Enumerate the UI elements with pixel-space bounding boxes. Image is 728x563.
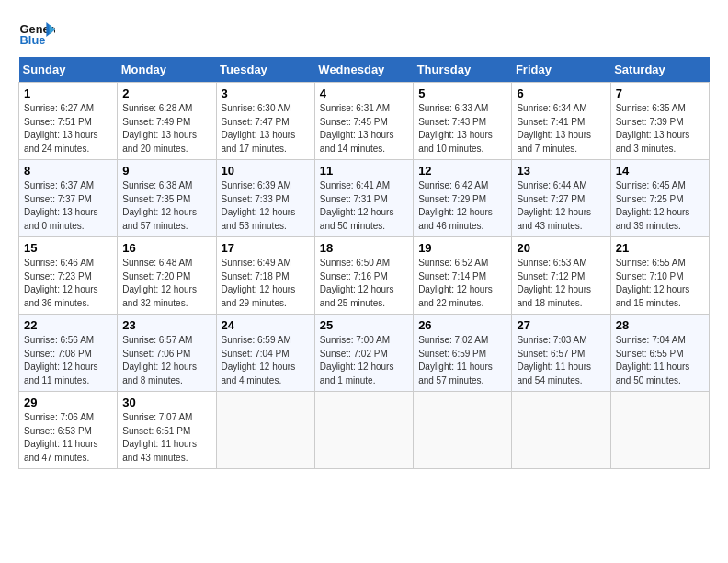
calendar-cell: 9Sunrise: 6:38 AM Sunset: 7:35 PM Daylig… (118, 160, 216, 237)
header-friday: Friday (512, 57, 610, 83)
day-info: Sunrise: 7:07 AM Sunset: 6:51 PM Dayligh… (122, 411, 210, 465)
day-info: Sunrise: 6:31 AM Sunset: 7:45 PM Dayligh… (320, 102, 408, 155)
day-number: 28 (616, 318, 704, 332)
calendar-week-5: 29Sunrise: 7:06 AM Sunset: 6:53 PM Dayli… (19, 392, 710, 469)
calendar-cell: 12Sunrise: 6:42 AM Sunset: 7:29 PM Dayli… (414, 160, 512, 237)
calendar-cell: 29Sunrise: 7:06 AM Sunset: 6:53 PM Dayli… (19, 392, 118, 469)
day-number: 7 (616, 86, 704, 100)
day-info: Sunrise: 6:30 AM Sunset: 7:47 PM Dayligh… (222, 102, 310, 155)
calendar-cell: 4Sunrise: 6:31 AM Sunset: 7:45 PM Daylig… (314, 83, 413, 160)
day-number: 2 (122, 86, 210, 100)
day-info: Sunrise: 6:44 AM Sunset: 7:27 PM Dayligh… (517, 179, 605, 233)
day-info: Sunrise: 7:02 AM Sunset: 6:59 PM Dayligh… (418, 334, 506, 387)
day-info: Sunrise: 7:04 AM Sunset: 6:55 PM Dayligh… (616, 334, 704, 387)
day-number: 5 (418, 86, 506, 100)
logo-icon: General Blue (18, 18, 55, 48)
day-info: Sunrise: 6:46 AM Sunset: 7:23 PM Dayligh… (24, 257, 112, 310)
day-number: 21 (616, 241, 704, 255)
day-info: Sunrise: 6:38 AM Sunset: 7:35 PM Dayligh… (122, 179, 210, 233)
calendar-cell: 28Sunrise: 7:04 AM Sunset: 6:55 PM Dayli… (610, 315, 709, 392)
day-number: 27 (517, 318, 605, 332)
day-number: 22 (24, 318, 112, 332)
day-info: Sunrise: 7:00 AM Sunset: 7:02 PM Dayligh… (320, 334, 408, 387)
calendar-cell: 10Sunrise: 6:39 AM Sunset: 7:33 PM Dayli… (216, 160, 314, 237)
day-number: 8 (24, 164, 112, 178)
day-info: Sunrise: 6:50 AM Sunset: 7:16 PM Dayligh… (320, 257, 408, 310)
calendar-cell: 17Sunrise: 6:49 AM Sunset: 7:18 PM Dayli… (216, 237, 314, 315)
calendar-cell: 22Sunrise: 6:56 AM Sunset: 7:08 PM Dayli… (19, 315, 118, 392)
day-number: 12 (418, 164, 506, 178)
calendar-cell: 6Sunrise: 6:34 AM Sunset: 7:41 PM Daylig… (512, 83, 610, 160)
calendar-cell: 1Sunrise: 6:27 AM Sunset: 7:51 PM Daylig… (19, 83, 118, 160)
day-number: 4 (320, 86, 408, 100)
calendar-cell: 2Sunrise: 6:28 AM Sunset: 7:49 PM Daylig… (118, 83, 216, 160)
calendar-cell: 26Sunrise: 7:02 AM Sunset: 6:59 PM Dayli… (414, 315, 512, 392)
calendar-week-2: 8Sunrise: 6:37 AM Sunset: 7:37 PM Daylig… (19, 160, 710, 237)
calendar-table: SundayMondayTuesdayWednesdayThursdayFrid… (18, 57, 710, 469)
calendar-cell (610, 392, 709, 469)
day-number: 9 (122, 164, 210, 178)
day-number: 26 (418, 318, 506, 332)
day-number: 29 (24, 396, 112, 409)
calendar-cell: 13Sunrise: 6:44 AM Sunset: 7:27 PM Dayli… (512, 160, 610, 237)
calendar-cell: 19Sunrise: 6:52 AM Sunset: 7:14 PM Dayli… (414, 237, 512, 315)
day-number: 14 (616, 164, 704, 178)
day-info: Sunrise: 6:52 AM Sunset: 7:14 PM Dayligh… (418, 257, 506, 310)
day-number: 13 (517, 164, 605, 178)
day-number: 1 (24, 86, 112, 100)
calendar-cell: 7Sunrise: 6:35 AM Sunset: 7:39 PM Daylig… (610, 83, 709, 160)
day-number: 11 (320, 164, 408, 178)
day-info: Sunrise: 6:55 AM Sunset: 7:10 PM Dayligh… (616, 257, 704, 310)
day-info: Sunrise: 7:03 AM Sunset: 6:57 PM Dayligh… (517, 334, 605, 387)
day-number: 24 (222, 318, 310, 332)
day-info: Sunrise: 6:49 AM Sunset: 7:18 PM Dayligh… (222, 257, 310, 310)
day-number: 19 (418, 241, 506, 255)
calendar-cell (512, 392, 610, 469)
calendar-cell: 3Sunrise: 6:30 AM Sunset: 7:47 PM Daylig… (216, 83, 314, 160)
day-info: Sunrise: 6:37 AM Sunset: 7:37 PM Dayligh… (24, 179, 112, 233)
calendar-week-1: 1Sunrise: 6:27 AM Sunset: 7:51 PM Daylig… (19, 83, 710, 160)
day-info: Sunrise: 6:33 AM Sunset: 7:43 PM Dayligh… (418, 102, 506, 155)
day-info: Sunrise: 6:27 AM Sunset: 7:51 PM Dayligh… (24, 102, 112, 155)
calendar-cell: 5Sunrise: 6:33 AM Sunset: 7:43 PM Daylig… (414, 83, 512, 160)
calendar-week-3: 15Sunrise: 6:46 AM Sunset: 7:23 PM Dayli… (19, 237, 710, 315)
calendar-cell: 27Sunrise: 7:03 AM Sunset: 6:57 PM Dayli… (512, 315, 610, 392)
calendar-week-4: 22Sunrise: 6:56 AM Sunset: 7:08 PM Dayli… (19, 315, 710, 392)
day-number: 30 (122, 396, 210, 409)
day-info: Sunrise: 6:45 AM Sunset: 7:25 PM Dayligh… (616, 179, 704, 233)
calendar-cell: 18Sunrise: 6:50 AM Sunset: 7:16 PM Dayli… (314, 237, 413, 315)
header-tuesday: Tuesday (216, 57, 314, 83)
calendar-cell: 25Sunrise: 7:00 AM Sunset: 7:02 PM Dayli… (314, 315, 413, 392)
calendar-cell: 16Sunrise: 6:48 AM Sunset: 7:20 PM Dayli… (118, 237, 216, 315)
day-number: 18 (320, 241, 408, 255)
day-number: 23 (122, 318, 210, 332)
day-info: Sunrise: 6:42 AM Sunset: 7:29 PM Dayligh… (418, 179, 506, 233)
calendar-cell: 20Sunrise: 6:53 AM Sunset: 7:12 PM Dayli… (512, 237, 610, 315)
calendar-cell: 8Sunrise: 6:37 AM Sunset: 7:37 PM Daylig… (19, 160, 118, 237)
day-number: 3 (222, 86, 310, 100)
day-info: Sunrise: 6:35 AM Sunset: 7:39 PM Dayligh… (616, 102, 704, 155)
logo: General Blue (18, 18, 59, 48)
calendar-cell: 21Sunrise: 6:55 AM Sunset: 7:10 PM Dayli… (610, 237, 709, 315)
day-info: Sunrise: 6:59 AM Sunset: 7:04 PM Dayligh… (222, 334, 310, 387)
header-monday: Monday (118, 57, 216, 83)
calendar-cell (314, 392, 413, 469)
day-info: Sunrise: 7:06 AM Sunset: 6:53 PM Dayligh… (24, 411, 112, 465)
calendar-cell (414, 392, 512, 469)
svg-text:Blue: Blue (20, 33, 46, 47)
day-number: 16 (122, 241, 210, 255)
page-header: General Blue (18, 18, 710, 48)
day-info: Sunrise: 6:28 AM Sunset: 7:49 PM Dayligh… (122, 102, 210, 155)
header-sunday: Sunday (19, 57, 118, 83)
calendar-cell: 30Sunrise: 7:07 AM Sunset: 6:51 PM Dayli… (118, 392, 216, 469)
day-number: 25 (320, 318, 408, 332)
calendar-cell: 23Sunrise: 6:57 AM Sunset: 7:06 PM Dayli… (118, 315, 216, 392)
day-info: Sunrise: 6:57 AM Sunset: 7:06 PM Dayligh… (122, 334, 210, 387)
calendar-cell: 24Sunrise: 6:59 AM Sunset: 7:04 PM Dayli… (216, 315, 314, 392)
day-number: 10 (222, 164, 310, 178)
calendar-header-row: SundayMondayTuesdayWednesdayThursdayFrid… (19, 57, 710, 83)
day-number: 6 (517, 86, 605, 100)
calendar-cell: 11Sunrise: 6:41 AM Sunset: 7:31 PM Dayli… (314, 160, 413, 237)
day-info: Sunrise: 6:56 AM Sunset: 7:08 PM Dayligh… (24, 334, 112, 387)
header-thursday: Thursday (414, 57, 512, 83)
